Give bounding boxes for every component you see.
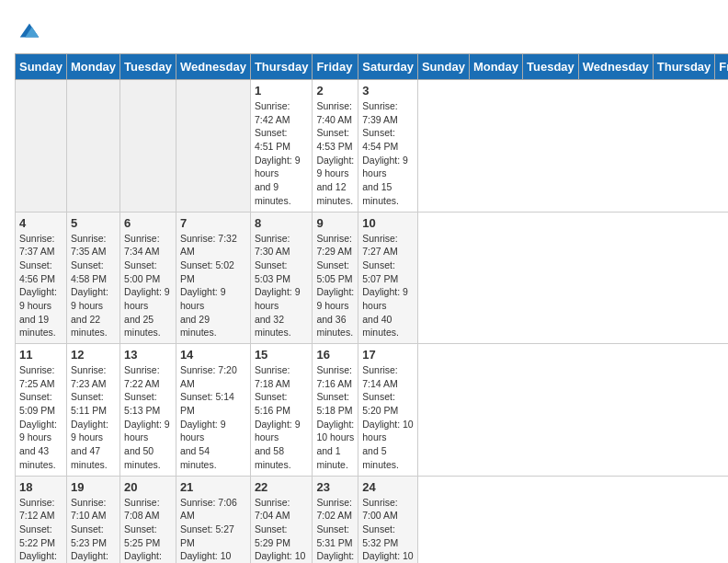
header-sunday: Sunday <box>417 54 469 80</box>
calendar-cell: 23Sunrise: 7:02 AM Sunset: 5:31 PM Dayli… <box>313 476 358 563</box>
day-number: 12 <box>71 348 116 362</box>
header-wednesday: Wednesday <box>578 54 653 80</box>
day-info: Sunrise: 7:06 AM Sunset: 5:27 PM Dayligh… <box>180 496 246 564</box>
calendar-table: SundayMondayTuesdayWednesdayThursdayFrid… <box>15 53 728 563</box>
calendar-week-row: 11Sunrise: 7:25 AM Sunset: 5:09 PM Dayli… <box>16 344 729 477</box>
calendar-cell: 15Sunrise: 7:18 AM Sunset: 5:16 PM Dayli… <box>250 344 313 477</box>
day-number: 24 <box>362 480 414 494</box>
day-info: Sunrise: 7:32 AM Sunset: 5:02 PM Dayligh… <box>180 232 246 340</box>
day-info: Sunrise: 7:29 AM Sunset: 5:05 PM Dayligh… <box>316 232 354 340</box>
day-info: Sunrise: 7:23 AM Sunset: 5:11 PM Dayligh… <box>71 363 116 472</box>
calendar-cell: 6Sunrise: 7:34 AM Sunset: 5:00 PM Daylig… <box>120 212 176 344</box>
header-thursday: Thursday <box>653 54 715 80</box>
calendar-cell: 2Sunrise: 7:40 AM Sunset: 4:53 PM Daylig… <box>313 80 358 213</box>
day-info: Sunrise: 7:22 AM Sunset: 5:13 PM Dayligh… <box>124 363 172 472</box>
calendar-week-row: 4Sunrise: 7:37 AM Sunset: 4:56 PM Daylig… <box>16 212 729 344</box>
header-thursday: Thursday <box>250 54 313 80</box>
calendar-cell: 11Sunrise: 7:25 AM Sunset: 5:09 PM Dayli… <box>16 344 67 477</box>
day-number: 10 <box>362 216 414 230</box>
calendar-cell: 4Sunrise: 7:37 AM Sunset: 4:56 PM Daylig… <box>16 212 67 344</box>
day-number: 21 <box>180 480 246 494</box>
calendar-cell <box>176 80 250 213</box>
day-number: 16 <box>316 348 354 362</box>
calendar-cell: 19Sunrise: 7:10 AM Sunset: 5:23 PM Dayli… <box>66 476 119 563</box>
day-number: 1 <box>255 84 309 98</box>
header-monday: Monday <box>66 54 119 80</box>
calendar-cell: 18Sunrise: 7:12 AM Sunset: 5:22 PM Dayli… <box>16 476 67 563</box>
day-info: Sunrise: 7:14 AM Sunset: 5:20 PM Dayligh… <box>362 363 414 472</box>
calendar-cell <box>66 80 119 213</box>
day-number: 8 <box>255 216 309 230</box>
day-info: Sunrise: 7:42 AM Sunset: 4:51 PM Dayligh… <box>255 99 309 208</box>
day-number: 5 <box>71 216 116 230</box>
day-info: Sunrise: 7:25 AM Sunset: 5:09 PM Dayligh… <box>19 363 63 472</box>
day-number: 3 <box>362 84 414 98</box>
calendar-cell: 20Sunrise: 7:08 AM Sunset: 5:25 PM Dayli… <box>120 476 176 563</box>
day-info: Sunrise: 7:12 AM Sunset: 5:22 PM Dayligh… <box>19 496 63 564</box>
day-number: 15 <box>255 348 309 362</box>
calendar-cell: 8Sunrise: 7:30 AM Sunset: 5:03 PM Daylig… <box>250 212 313 344</box>
calendar-cell: 1Sunrise: 7:42 AM Sunset: 4:51 PM Daylig… <box>250 80 313 213</box>
calendar-cell: 9Sunrise: 7:29 AM Sunset: 5:05 PM Daylig… <box>313 212 358 344</box>
header-wednesday: Wednesday <box>176 54 250 80</box>
day-info: Sunrise: 7:00 AM Sunset: 5:32 PM Dayligh… <box>362 496 414 564</box>
day-number: 22 <box>255 480 309 494</box>
day-info: Sunrise: 7:18 AM Sunset: 5:16 PM Dayligh… <box>255 363 309 472</box>
day-info: Sunrise: 7:20 AM Sunset: 5:14 PM Dayligh… <box>180 363 246 472</box>
logo-icon <box>17 18 42 44</box>
day-number: 2 <box>316 84 354 98</box>
calendar-header-row: SundayMondayTuesdayWednesdayThursdayFrid… <box>16 54 729 80</box>
day-info: Sunrise: 7:34 AM Sunset: 5:00 PM Dayligh… <box>124 232 172 340</box>
calendar-cell: 7Sunrise: 7:32 AM Sunset: 5:02 PM Daylig… <box>176 212 250 344</box>
day-number: 14 <box>180 348 246 362</box>
calendar-cell: 12Sunrise: 7:23 AM Sunset: 5:11 PM Dayli… <box>66 344 119 477</box>
calendar-cell <box>120 80 176 213</box>
header-saturday: Saturday <box>358 54 418 80</box>
day-info: Sunrise: 7:08 AM Sunset: 5:25 PM Dayligh… <box>124 496 172 564</box>
day-info: Sunrise: 7:04 AM Sunset: 5:29 PM Dayligh… <box>255 496 309 564</box>
header-tuesday: Tuesday <box>120 54 176 80</box>
day-number: 23 <box>316 480 354 494</box>
day-number: 9 <box>316 216 354 230</box>
day-number: 18 <box>19 480 63 494</box>
day-number: 11 <box>19 348 63 362</box>
calendar-cell: 13Sunrise: 7:22 AM Sunset: 5:13 PM Dayli… <box>120 344 176 477</box>
calendar-cell: 3Sunrise: 7:39 AM Sunset: 4:54 PM Daylig… <box>358 80 418 213</box>
header-monday: Monday <box>469 54 522 80</box>
calendar-cell: 14Sunrise: 7:20 AM Sunset: 5:14 PM Dayli… <box>176 344 250 477</box>
day-number: 4 <box>19 216 63 230</box>
calendar-cell: 5Sunrise: 7:35 AM Sunset: 4:58 PM Daylig… <box>66 212 119 344</box>
calendar-cell: 24Sunrise: 7:00 AM Sunset: 5:32 PM Dayli… <box>358 476 418 563</box>
header-friday: Friday <box>313 54 358 80</box>
day-number: 6 <box>124 216 172 230</box>
day-info: Sunrise: 7:35 AM Sunset: 4:58 PM Dayligh… <box>71 232 116 340</box>
calendar-cell: 21Sunrise: 7:06 AM Sunset: 5:27 PM Dayli… <box>176 476 250 563</box>
calendar-week-row: 1Sunrise: 7:42 AM Sunset: 4:51 PM Daylig… <box>16 80 729 213</box>
calendar-cell: 10Sunrise: 7:27 AM Sunset: 5:07 PM Dayli… <box>358 212 418 344</box>
calendar-cell: 16Sunrise: 7:16 AM Sunset: 5:18 PM Dayli… <box>313 344 358 477</box>
day-info: Sunrise: 7:10 AM Sunset: 5:23 PM Dayligh… <box>71 496 116 564</box>
calendar-cell: 22Sunrise: 7:04 AM Sunset: 5:29 PM Dayli… <box>250 476 313 563</box>
day-info: Sunrise: 7:02 AM Sunset: 5:31 PM Dayligh… <box>316 496 354 564</box>
calendar-cell <box>16 80 67 213</box>
day-info: Sunrise: 7:27 AM Sunset: 5:07 PM Dayligh… <box>362 232 414 340</box>
header-tuesday: Tuesday <box>523 54 579 80</box>
day-info: Sunrise: 7:30 AM Sunset: 5:03 PM Dayligh… <box>255 232 309 340</box>
calendar-week-row: 18Sunrise: 7:12 AM Sunset: 5:22 PM Dayli… <box>16 476 729 563</box>
day-number: 17 <box>362 348 414 362</box>
day-info: Sunrise: 7:40 AM Sunset: 4:53 PM Dayligh… <box>316 99 354 208</box>
header-sunday: Sunday <box>16 54 67 80</box>
day-info: Sunrise: 7:37 AM Sunset: 4:56 PM Dayligh… <box>19 232 63 340</box>
day-number: 7 <box>180 216 246 230</box>
day-number: 19 <box>71 480 116 494</box>
day-number: 13 <box>124 348 172 362</box>
day-info: Sunrise: 7:39 AM Sunset: 4:54 PM Dayligh… <box>362 99 414 208</box>
day-info: Sunrise: 7:16 AM Sunset: 5:18 PM Dayligh… <box>316 363 354 472</box>
header-friday: Friday <box>715 54 728 80</box>
day-number: 20 <box>124 480 172 494</box>
calendar-cell: 17Sunrise: 7:14 AM Sunset: 5:20 PM Dayli… <box>358 344 418 477</box>
page-header <box>15 15 713 44</box>
logo <box>15 18 42 44</box>
